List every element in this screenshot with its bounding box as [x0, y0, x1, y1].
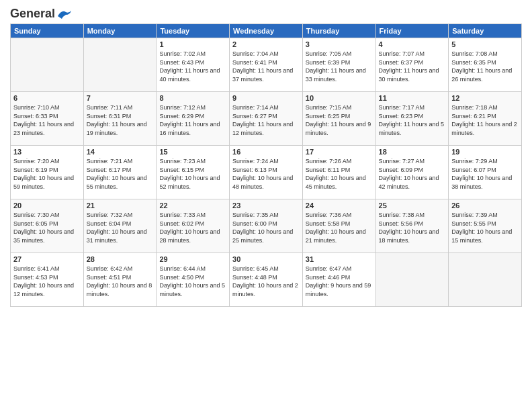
day-number: 18 [379, 148, 446, 156]
calendar-day-cell: 26Sunrise: 7:39 AM Sunset: 5:55 PM Dayli… [449, 199, 522, 253]
calendar-week-row: 20Sunrise: 7:30 AM Sunset: 6:05 PM Dayli… [11, 199, 522, 253]
day-number: 9 [232, 94, 300, 102]
day-header-thursday: Thursday [302, 24, 375, 38]
calendar-day-cell: 9Sunrise: 7:14 AM Sunset: 6:27 PM Daylig… [230, 92, 303, 146]
day-number: 29 [159, 255, 226, 263]
day-info: Sunrise: 7:10 AM Sunset: 6:33 PM Dayligh… [13, 103, 81, 137]
day-number: 30 [232, 255, 300, 263]
day-info: Sunrise: 6:41 AM Sunset: 4:53 PM Dayligh… [13, 265, 81, 298]
calendar-day-cell: 5Sunrise: 7:08 AM Sunset: 6:35 PM Daylig… [449, 38, 522, 92]
day-number: 27 [13, 255, 81, 263]
day-number: 14 [87, 148, 154, 156]
day-number: 28 [87, 255, 154, 263]
calendar-day-cell: 25Sunrise: 7:38 AM Sunset: 5:56 PM Dayli… [375, 199, 449, 253]
calendar-day-cell: 27Sunrise: 6:41 AM Sunset: 4:53 PM Dayli… [11, 253, 84, 307]
calendar-day-cell: 10Sunrise: 7:15 AM Sunset: 6:25 PM Dayli… [302, 92, 375, 146]
day-number: 15 [159, 148, 226, 156]
day-number: 24 [306, 201, 373, 210]
calendar-day-cell: 31Sunrise: 6:47 AM Sunset: 4:46 PM Dayli… [302, 253, 375, 307]
calendar-day-cell: 20Sunrise: 7:30 AM Sunset: 6:05 PM Dayli… [11, 199, 84, 253]
day-number: 20 [13, 201, 81, 210]
calendar-day-cell [83, 38, 157, 92]
day-info: Sunrise: 7:04 AM Sunset: 6:41 PM Dayligh… [232, 50, 300, 83]
day-info: Sunrise: 7:18 AM Sunset: 6:21 PM Dayligh… [451, 103, 519, 137]
day-info: Sunrise: 7:12 AM Sunset: 6:29 PM Dayligh… [159, 103, 226, 137]
calendar-day-cell: 22Sunrise: 7:33 AM Sunset: 6:02 PM Dayli… [157, 199, 230, 253]
day-info: Sunrise: 7:30 AM Sunset: 6:05 PM Dayligh… [13, 211, 81, 244]
day-info: Sunrise: 7:32 AM Sunset: 6:04 PM Dayligh… [87, 211, 154, 244]
calendar-day-cell: 24Sunrise: 7:36 AM Sunset: 5:58 PM Dayli… [302, 199, 375, 253]
day-header-monday: Monday [83, 24, 157, 38]
day-number: 7 [87, 94, 154, 102]
day-info: Sunrise: 7:20 AM Sunset: 6:19 PM Dayligh… [13, 157, 81, 191]
day-info: Sunrise: 7:11 AM Sunset: 6:31 PM Dayligh… [87, 103, 154, 137]
calendar-week-row: 6Sunrise: 7:10 AM Sunset: 6:33 PM Daylig… [11, 92, 522, 146]
calendar-week-row: 1Sunrise: 7:02 AM Sunset: 6:43 PM Daylig… [11, 38, 522, 92]
day-number: 26 [451, 201, 519, 210]
day-info: Sunrise: 7:33 AM Sunset: 6:02 PM Dayligh… [159, 211, 226, 244]
day-number: 21 [87, 201, 154, 210]
calendar-day-cell: 2Sunrise: 7:04 AM Sunset: 6:41 PM Daylig… [230, 38, 303, 92]
calendar-day-cell: 16Sunrise: 7:24 AM Sunset: 6:13 PM Dayli… [230, 146, 303, 199]
day-info: Sunrise: 6:47 AM Sunset: 4:46 PM Dayligh… [306, 265, 373, 298]
day-info: Sunrise: 7:35 AM Sunset: 6:00 PM Dayligh… [232, 211, 300, 244]
day-header-friday: Friday [375, 24, 449, 38]
calendar-day-cell: 3Sunrise: 7:05 AM Sunset: 6:39 PM Daylig… [302, 38, 375, 92]
day-number: 19 [451, 148, 519, 156]
day-info: Sunrise: 7:27 AM Sunset: 6:09 PM Dayligh… [379, 157, 446, 191]
calendar-day-cell: 7Sunrise: 7:11 AM Sunset: 6:31 PM Daylig… [83, 92, 157, 146]
calendar-day-cell: 13Sunrise: 7:20 AM Sunset: 6:19 PM Dayli… [11, 146, 84, 199]
day-number: 31 [306, 255, 373, 263]
day-info: Sunrise: 7:08 AM Sunset: 6:35 PM Dayligh… [451, 50, 519, 83]
calendar-day-cell: 4Sunrise: 7:07 AM Sunset: 6:37 PM Daylig… [375, 38, 449, 92]
day-header-saturday: Saturday [449, 24, 522, 38]
calendar-day-cell: 6Sunrise: 7:10 AM Sunset: 6:33 PM Daylig… [11, 92, 84, 146]
day-number: 23 [232, 201, 300, 210]
day-number: 5 [451, 40, 519, 48]
day-info: Sunrise: 6:44 AM Sunset: 4:50 PM Dayligh… [159, 265, 226, 298]
calendar-header-row: SundayMondayTuesdayWednesdayThursdayFrid… [11, 24, 522, 38]
day-info: Sunrise: 6:45 AM Sunset: 4:48 PM Dayligh… [232, 265, 300, 298]
day-info: Sunrise: 6:42 AM Sunset: 4:51 PM Dayligh… [87, 265, 154, 298]
day-info: Sunrise: 7:29 AM Sunset: 6:07 PM Dayligh… [451, 157, 519, 191]
day-number: 8 [159, 94, 226, 102]
day-number: 3 [306, 40, 373, 48]
day-number: 25 [379, 201, 446, 210]
day-number: 11 [379, 94, 446, 102]
logo-bird-icon [56, 9, 71, 19]
calendar-day-cell: 1Sunrise: 7:02 AM Sunset: 6:43 PM Daylig… [157, 38, 230, 92]
day-header-wednesday: Wednesday [230, 24, 303, 38]
day-number: 12 [451, 94, 519, 102]
day-number: 6 [13, 94, 81, 102]
day-info: Sunrise: 7:14 AM Sunset: 6:27 PM Dayligh… [232, 103, 300, 137]
day-info: Sunrise: 7:24 AM Sunset: 6:13 PM Dayligh… [232, 157, 300, 191]
calendar-day-cell: 28Sunrise: 6:42 AM Sunset: 4:51 PM Dayli… [83, 253, 157, 307]
day-number: 22 [159, 201, 226, 210]
page: General SundayMondayTuesdayWednesdayThur… [0, 0, 532, 411]
calendar-day-cell: 8Sunrise: 7:12 AM Sunset: 6:29 PM Daylig… [157, 92, 230, 146]
day-number: 10 [306, 94, 373, 102]
day-info: Sunrise: 7:17 AM Sunset: 6:23 PM Dayligh… [379, 103, 446, 137]
calendar-day-cell: 18Sunrise: 7:27 AM Sunset: 6:09 PM Dayli… [375, 146, 449, 199]
calendar-day-cell: 23Sunrise: 7:35 AM Sunset: 6:00 PM Dayli… [230, 199, 303, 253]
day-number: 2 [232, 40, 300, 48]
day-info: Sunrise: 7:05 AM Sunset: 6:39 PM Dayligh… [306, 50, 373, 83]
calendar-day-cell: 14Sunrise: 7:21 AM Sunset: 6:17 PM Dayli… [83, 146, 157, 199]
day-info: Sunrise: 7:39 AM Sunset: 5:55 PM Dayligh… [451, 211, 519, 244]
calendar-day-cell: 15Sunrise: 7:23 AM Sunset: 6:15 PM Dayli… [157, 146, 230, 199]
day-info: Sunrise: 7:38 AM Sunset: 5:56 PM Dayligh… [379, 211, 446, 244]
calendar-table: SundayMondayTuesdayWednesdayThursdayFrid… [10, 24, 522, 307]
day-info: Sunrise: 7:26 AM Sunset: 6:11 PM Dayligh… [306, 157, 373, 191]
day-info: Sunrise: 7:02 AM Sunset: 6:43 PM Dayligh… [159, 50, 226, 83]
day-info: Sunrise: 7:23 AM Sunset: 6:15 PM Dayligh… [159, 157, 226, 191]
calendar-day-cell [375, 253, 449, 307]
calendar-day-cell: 17Sunrise: 7:26 AM Sunset: 6:11 PM Dayli… [302, 146, 375, 199]
day-info: Sunrise: 7:21 AM Sunset: 6:17 PM Dayligh… [87, 157, 154, 191]
calendar-day-cell: 19Sunrise: 7:29 AM Sunset: 6:07 PM Dayli… [449, 146, 522, 199]
day-header-tuesday: Tuesday [157, 24, 230, 38]
day-number: 16 [232, 148, 300, 156]
calendar-day-cell [11, 38, 84, 92]
calendar-day-cell: 12Sunrise: 7:18 AM Sunset: 6:21 PM Dayli… [449, 92, 522, 146]
header: General [10, 7, 522, 19]
calendar-day-cell [449, 253, 522, 307]
